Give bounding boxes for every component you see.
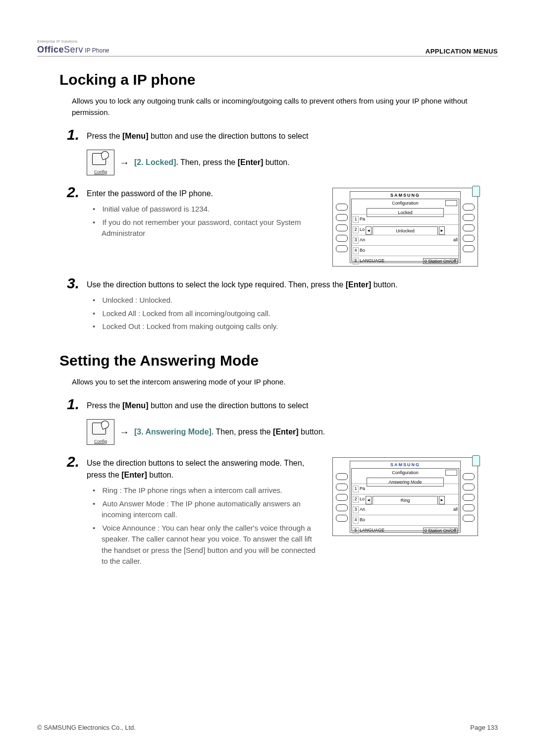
screen-heading: Configuration	[352, 199, 459, 207]
brand-logo: OfficeServ IP Phone	[37, 45, 109, 54]
menu-row: 3Anall	[352, 235, 459, 245]
softkey-icon	[336, 484, 348, 490]
menu-row: 1Pa	[352, 484, 459, 494]
row-right: all	[453, 237, 458, 242]
row-text: An	[360, 237, 365, 242]
enter-label: [Enter]	[346, 280, 372, 289]
list-item: Initial value of password is 1234.	[102, 204, 318, 215]
step-number: 2.	[67, 453, 79, 470]
menu-row: 5LANGUAGE0 Station On/Off	[352, 525, 459, 536]
menu-rows: 1Pa 2Lo 3Anall 4Bo 5LANGUAGE0 Station On…	[352, 484, 459, 531]
text: Then, press the	[178, 158, 238, 166]
row-right: 0 Station On/Off	[423, 258, 458, 264]
right-softkeys	[463, 461, 475, 533]
menu-rows: 1Pa 2Lo 3Anall 4Bo 5LANGUAGE0 Station On…	[352, 214, 459, 261]
list-item: Unlocked : Unlocked.	[102, 295, 488, 306]
s2-step2: 2. Use the direction buttons to select t…	[67, 457, 488, 569]
nav-target: [2. Locked]. Then, press the [Enter] but…	[134, 158, 290, 167]
right-softkeys	[463, 191, 475, 263]
list-item: Voice Announce : You can hear only the c…	[102, 523, 318, 567]
s1-step2: 2. Enter the password of the IP phone. I…	[67, 188, 488, 267]
softkey-icon	[336, 515, 348, 522]
row-text: An	[360, 507, 365, 512]
row-num: 2	[353, 226, 359, 233]
screen-brand: SAMSUNG	[350, 461, 460, 468]
list-item: Locked Out : Locked from making outgoing…	[102, 321, 488, 332]
config-icon-label: Config	[87, 169, 114, 174]
row-text: Bo	[360, 248, 365, 253]
document-page: Enterprise IP Solutions OfficeServ IP Ph…	[0, 0, 535, 756]
row-text: LANGUAGE	[360, 258, 384, 263]
arrow-icon: →	[119, 427, 129, 438]
row-text: Pa	[360, 486, 365, 491]
lcd-screen: SAMSUNG Configuration Locked ◄ Unlocked …	[350, 191, 461, 263]
enter-label: [Enter]	[121, 471, 147, 479]
icon-row: Config → [3. Answering Mode]. Then, pres…	[87, 419, 488, 445]
brand-tagline: Enterprise IP Solutions	[37, 40, 109, 44]
s1-step1: 1. Press the [Menu] button and use the d…	[67, 130, 488, 175]
page-header: Enterprise IP Solutions OfficeServ IP Ph…	[37, 40, 498, 56]
step-number: 2.	[67, 184, 79, 201]
tabs-icon	[445, 470, 457, 476]
softkey-icon	[336, 224, 348, 231]
row-text: Bo	[360, 517, 365, 522]
list-item: Ring : The IP phone rings when a interco…	[102, 485, 318, 496]
text: button.	[299, 428, 325, 436]
menu-row: 4Bo	[352, 515, 459, 525]
softkey-icon	[463, 214, 475, 221]
sd-tab-icon	[472, 455, 480, 466]
step-body: Use the direction buttons to select the …	[87, 457, 318, 481]
row-num: 5	[353, 527, 359, 534]
footer-copyright: © SAMSUNG Electronics Co., Ltd.	[37, 724, 136, 731]
config-icon: Config	[87, 150, 114, 175]
menu-label: [Menu]	[122, 401, 148, 410]
screen-inner: Configuration Locked ◄ Unlocked ► 1Pa 2L…	[351, 199, 459, 262]
left-softkeys	[336, 191, 348, 263]
list-item: If you do not remember your password, co…	[102, 217, 318, 239]
row-num: 2	[353, 496, 359, 503]
row-num: 3	[353, 506, 359, 513]
text: button.	[263, 158, 289, 166]
row-num: 4	[353, 247, 359, 254]
text: Use the direction buttons to select the …	[87, 280, 346, 289]
softkey-icon	[336, 494, 348, 501]
text: Then, press the	[214, 428, 273, 436]
softkey-icon	[336, 504, 348, 511]
left-softkeys	[336, 461, 348, 533]
highlight-label: [2. Locked].	[134, 158, 178, 166]
row-text: Pa	[360, 216, 365, 221]
softkey-icon	[463, 245, 475, 252]
tabs-icon	[445, 200, 457, 206]
row-num: 3	[353, 237, 359, 244]
menu-row: 5LANGUAGE0 Station On/Off	[352, 256, 459, 266]
phone-screenshot-2: SAMSUNG Configuration Answering Mode ◄ R…	[332, 457, 478, 536]
text: Press the	[87, 401, 122, 410]
text: Press the	[87, 132, 122, 140]
row-right: 0 Station On/Off	[423, 528, 458, 534]
softkey-icon	[463, 504, 475, 511]
icon-row: Config → [2. Locked]. Then, press the [E…	[87, 150, 488, 175]
brand-serv: Serv	[64, 45, 83, 54]
step-body: Press the [Menu] button and use the dire…	[87, 130, 488, 142]
menu-row: 2Lo	[352, 224, 459, 235]
brand-office: Office	[37, 45, 64, 54]
config-icon: Config	[87, 419, 114, 445]
screen-heading: Configuration	[352, 469, 459, 476]
menu-row: 4Bo	[352, 245, 459, 256]
enter-label: [Enter]	[273, 428, 299, 436]
text: button and use the direction buttons to …	[148, 401, 308, 410]
screen-brand: SAMSUNG	[350, 192, 460, 199]
brand-product: IP Phone	[83, 47, 109, 54]
sd-tab-icon	[472, 186, 480, 197]
step-body: Use the direction buttons to select the …	[87, 279, 488, 291]
row-num: 1	[353, 486, 359, 492]
brand-block: Enterprise IP Solutions OfficeServ IP Ph…	[37, 40, 109, 55]
nav-target: [3. Answering Mode]. Then, press the [En…	[134, 428, 325, 436]
softkey-icon	[463, 494, 475, 501]
softkey-icon	[336, 214, 348, 221]
section1-title: Locking a IP phone	[59, 71, 498, 88]
screen-inner: Configuration Answering Mode ◄ Ring ► 1P…	[351, 468, 459, 531]
list-item: Auto Answer Mode : The IP phone automati…	[102, 498, 318, 521]
softkey-icon	[463, 204, 475, 211]
softkey-icon	[336, 245, 348, 252]
